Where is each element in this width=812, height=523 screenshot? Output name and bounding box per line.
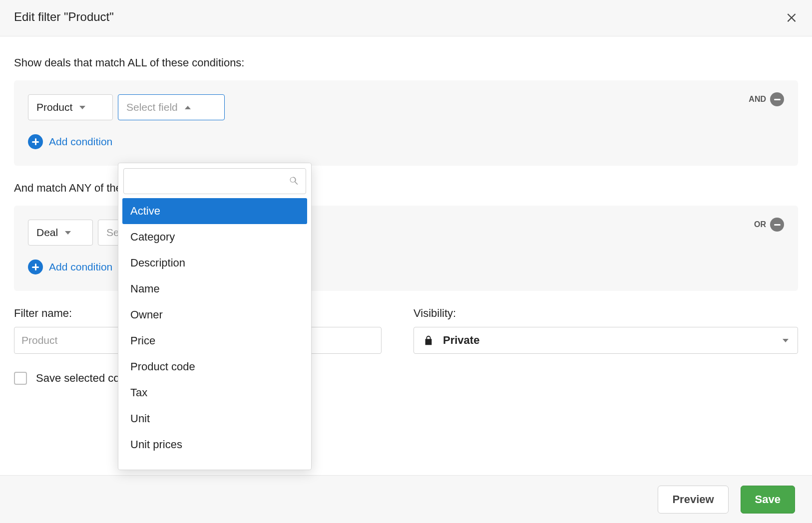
all-condition-block: Product Select field AND Add condition [14, 80, 798, 166]
dialog-header: Edit filter "Product" [0, 0, 812, 36]
dropdown-item[interactable]: Product code [122, 354, 307, 380]
dropdown-item[interactable]: Name [122, 276, 307, 302]
add-condition-all[interactable]: Add condition [28, 134, 112, 149]
logic-badge-area: OR [754, 218, 784, 232]
chevron-down-icon [65, 231, 71, 235]
field-dropdown: ActiveCategoryDescriptionNameOwnerPriceP… [118, 163, 312, 470]
dialog-footer: Preview Save [0, 475, 812, 523]
dropdown-search[interactable] [123, 168, 306, 194]
visibility-value: Private [443, 334, 479, 347]
dropdown-item[interactable]: Category [122, 224, 307, 250]
chevron-down-icon [783, 339, 789, 342]
all-conditions-label: Show deals that match ALL of these condi… [14, 56, 798, 69]
logic-badge-or: OR [754, 220, 766, 229]
dropdown-item[interactable]: Unit [122, 406, 307, 432]
add-condition-label: Add condition [49, 136, 112, 148]
search-icon [289, 176, 300, 187]
entity-select-any[interactable]: Deal [28, 220, 93, 246]
dropdown-item[interactable]: Owner [122, 302, 307, 328]
remove-condition-button[interactable] [770, 92, 784, 106]
entity-select-value: Deal [36, 227, 58, 239]
dropdown-item[interactable]: Description [122, 250, 307, 276]
condition-row: Product Select field [28, 94, 784, 120]
plus-icon [28, 260, 43, 274]
dropdown-item[interactable]: Active [122, 198, 307, 224]
add-condition-label: Add condition [49, 261, 112, 273]
remove-condition-button[interactable] [770, 218, 784, 232]
chevron-down-icon [79, 106, 85, 109]
dropdown-search-input[interactable] [130, 176, 289, 187]
dialog-title: Edit filter "Product" [14, 10, 114, 24]
chevron-up-icon [185, 106, 191, 109]
visibility-label: Visibility: [413, 307, 798, 320]
add-condition-any[interactable]: Add condition [28, 260, 112, 274]
field-select-placeholder: Select field [126, 101, 178, 113]
plus-icon [28, 134, 43, 149]
save-columns-checkbox[interactable] [14, 372, 27, 385]
entity-select-value: Product [36, 101, 72, 113]
dropdown-item[interactable]: Unit prices [122, 432, 307, 458]
close-button[interactable] [785, 10, 798, 23]
close-icon [785, 10, 798, 23]
logic-badge-area: AND [749, 92, 784, 106]
field-select-all[interactable]: Select field [118, 94, 225, 120]
logic-badge-and: AND [749, 95, 766, 104]
preview-button[interactable]: Preview [658, 486, 728, 514]
dropdown-item[interactable]: Tax [122, 380, 307, 406]
dialog-body: Show deals that match ALL of these condi… [0, 36, 812, 469]
entity-select-all[interactable]: Product [28, 94, 113, 120]
save-button[interactable]: Save [741, 486, 795, 514]
dropdown-item[interactable]: Price [122, 328, 307, 354]
lock-icon [423, 335, 434, 346]
visibility-col: Visibility: Private [413, 307, 798, 354]
visibility-select[interactable]: Private [413, 327, 798, 354]
dropdown-list: ActiveCategoryDescriptionNameOwnerPriceP… [122, 198, 307, 458]
